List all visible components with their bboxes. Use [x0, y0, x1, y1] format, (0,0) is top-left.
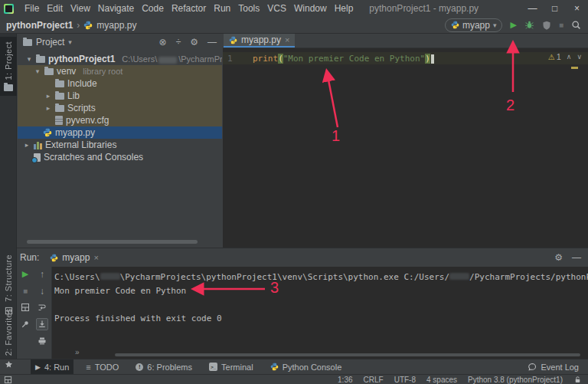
warning-stripe-mark[interactable]	[571, 67, 578, 69]
tree-item-scripts[interactable]: ▸ Scripts	[18, 102, 222, 114]
console-command-line: C:\Users\\PycharmProjects\pythonProject1…	[54, 271, 588, 284]
rerun-button[interactable]: ▶	[22, 269, 28, 279]
menu-code[interactable]: Code	[138, 3, 168, 14]
run-button[interactable]: ▶	[510, 20, 516, 30]
menu-vcs[interactable]: VCS	[263, 3, 290, 14]
scroll-to-end-icon[interactable]	[36, 318, 48, 330]
editor-tab-myapp[interactable]: myapp.py ×	[224, 34, 295, 48]
maximize-button[interactable]: □	[544, 3, 566, 14]
breadcrumb-project[interactable]: pythonProject1	[6, 20, 73, 31]
pycharm-logo-icon	[4, 4, 14, 14]
expand-arrow-icon[interactable]: ▸	[44, 92, 52, 100]
next-problem-icon[interactable]: ∨	[577, 53, 582, 61]
menu-tools[interactable]: Tools	[234, 3, 263, 14]
stop-button[interactable]: ■	[559, 21, 564, 29]
file-encoding[interactable]: UTF-8	[394, 376, 416, 384]
menu-window[interactable]: Window	[290, 3, 331, 14]
tree-item-myapp-py[interactable]: myapp.py	[18, 126, 222, 139]
run-panel-header: Run: myapp × ⚙ —	[0, 248, 588, 267]
menu-refactor[interactable]: Refactor	[168, 3, 210, 14]
hide-panel-icon[interactable]: —	[207, 37, 217, 48]
tree-item-label: Scripts	[67, 103, 96, 113]
search-everywhere-icon[interactable]	[571, 20, 581, 30]
menu-file[interactable]: File	[21, 3, 43, 14]
tool-tab-project[interactable]: 1: Project	[0, 37, 17, 96]
collapse-all-icon[interactable]: ÷	[176, 37, 181, 48]
locate-file-icon[interactable]: ⊗	[159, 37, 167, 48]
more-icon[interactable]: »	[75, 348, 80, 356]
folder-icon	[36, 56, 45, 63]
prev-problem-icon[interactable]: ∧	[567, 53, 572, 61]
close-icon[interactable]: ×	[93, 253, 98, 262]
close-icon[interactable]: ×	[285, 35, 289, 44]
stop-button[interactable]: ■	[23, 287, 28, 295]
console-output-line: Mon premier Code en Python	[54, 284, 588, 298]
tree-item-include[interactable]: Include	[18, 77, 222, 90]
breadcrumb-file[interactable]: myapp.py	[96, 20, 136, 31]
problems-icon: !	[136, 363, 143, 371]
tool-button-run[interactable]: ▶ 4: Run	[31, 359, 74, 374]
menu-navigate[interactable]: Navigate	[94, 3, 138, 14]
close-button[interactable]: ×	[566, 3, 588, 14]
print-icon[interactable]	[38, 336, 47, 346]
hide-panel-icon[interactable]: —	[572, 252, 581, 263]
tree-item-external-libraries[interactable]: ▸ External Libraries	[18, 139, 222, 151]
interpreter[interactable]: Python 3.8 (pythonProject1)	[468, 376, 563, 384]
terminal-icon: >_	[209, 363, 217, 371]
expand-arrow-icon[interactable]: ▾	[25, 55, 33, 63]
run-tab-label: myapp	[62, 252, 90, 263]
tool-button-problems[interactable]: ! 6: Problems	[131, 359, 197, 374]
menu-view[interactable]: View	[67, 3, 94, 14]
python-file-icon	[43, 128, 52, 137]
tool-tab-favorites[interactable]: 2: Favorites	[0, 304, 17, 373]
minimize-button[interactable]: —	[521, 3, 544, 14]
soft-wrap-icon[interactable]	[38, 303, 47, 312]
tree-item-venv[interactable]: ▾ venv library root	[18, 65, 222, 77]
write-access-lock-icon[interactable]	[573, 376, 582, 384]
expand-arrow-icon[interactable]: ▸	[23, 141, 31, 149]
warning-count[interactable]: 1	[557, 52, 561, 61]
redacted-username	[449, 273, 469, 280]
debug-button[interactable]	[524, 20, 534, 30]
project-panel-title[interactable]: Project	[36, 37, 64, 48]
chevron-down-icon[interactable]: ▾	[68, 38, 72, 46]
coverage-button[interactable]	[542, 21, 551, 30]
python-file-icon	[451, 21, 459, 29]
tree-item-pyvenv-cfg[interactable]: pyvenv.cfg	[18, 114, 222, 126]
code-line[interactable]: print("Mon premier Code en Python")	[253, 54, 434, 64]
code-editor[interactable]: 1 print("Mon premier Code en Python") ⚠ …	[223, 48, 588, 248]
menu-edit[interactable]: Edit	[43, 3, 67, 14]
menu-help[interactable]: Help	[331, 3, 358, 14]
run-toolbar: myapp ▾ ▶ ■	[445, 18, 588, 32]
tree-item-scratches[interactable]: Scratches and Consoles	[18, 151, 222, 163]
expand-arrow-icon[interactable]: ▸	[44, 104, 52, 112]
menu-run[interactable]: Run	[210, 3, 234, 14]
tree-item-pythonproject1[interactable]: ▾ pythonProject1 C:\Users\\PycharmProjec…	[18, 53, 222, 65]
console-scrollbar[interactable]	[115, 353, 580, 356]
inspections-widget: ⚠ 1 ∧ ∨	[548, 52, 582, 61]
up-stack-trace-icon[interactable]: ↑	[40, 269, 44, 280]
python-file-icon	[83, 21, 93, 30]
layout-toggle-icon[interactable]	[4, 376, 12, 384]
expand-arrow-icon[interactable]: ▾	[34, 67, 41, 75]
horizontal-scrollbar[interactable]	[27, 240, 198, 244]
gear-icon[interactable]: ⚙	[554, 252, 563, 263]
event-log-button[interactable]: Event Log	[528, 363, 588, 372]
tool-button-terminal[interactable]: >_ Terminal	[204, 359, 258, 374]
indent-setting[interactable]: 4 spaces	[426, 376, 457, 384]
warning-icon[interactable]: ⚠	[548, 53, 555, 61]
tool-button-todo[interactable]: ≡ TODO	[81, 359, 123, 374]
line-separator[interactable]: CRLF	[364, 376, 384, 384]
tree-item-lib[interactable]: ▸ Lib	[18, 90, 222, 102]
tool-button-python-console[interactable]: Python Console	[266, 359, 347, 374]
pin-icon[interactable]	[21, 320, 30, 329]
gear-icon[interactable]: ⚙	[190, 37, 198, 48]
restore-layout-icon[interactable]	[21, 303, 30, 312]
project-panel-header: Project ▾ ⊗ ÷ ⚙ —	[18, 34, 222, 51]
down-stack-trace-icon[interactable]: ↓	[40, 286, 44, 297]
run-console[interactable]: C:\Users\\PycharmProjects\pythonProject1…	[51, 267, 588, 359]
folder-icon	[44, 68, 54, 75]
run-config-selector[interactable]: myapp ▾	[445, 18, 503, 32]
run-tab-myapp[interactable]: myapp ×	[45, 252, 103, 263]
caret-position[interactable]: 1:36	[338, 376, 352, 384]
